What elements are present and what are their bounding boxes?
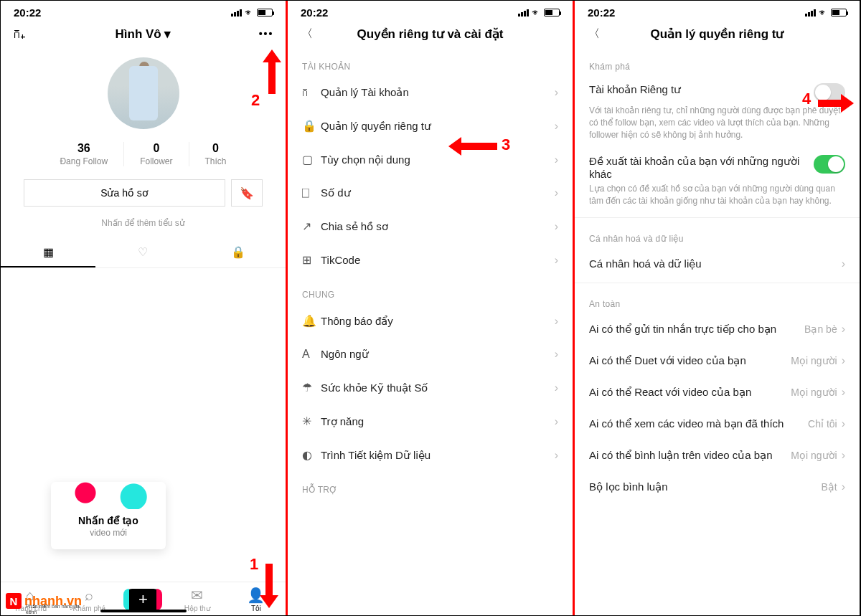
signal-icon [231, 9, 242, 16]
section-safety: An toàn [575, 286, 860, 313]
row-privacy[interactable]: 🔒Quản lý quyền riêng tư› [288, 109, 573, 143]
chevron-right-icon: › [842, 323, 845, 336]
panel-settings: 20:22 ᯤ 〈 Quyền riêng tư và cài đặt TÀI … [288, 1, 575, 615]
page-title: Quyền riêng tư và cài đặt [315, 27, 545, 42]
chevron-right-icon: › [555, 315, 558, 328]
status-bar: 20:22 ᯤ [1, 1, 286, 22]
umbrella-icon: ☂ [302, 381, 321, 394]
row-who-react[interactable]: Ai có thể React với video của bạnMọi ngư… [575, 376, 860, 408]
row-suggest-account[interactable]: Đề xuất tài khoản của bạn với những ngườ… [575, 148, 860, 183]
profile-username-dropdown[interactable]: Hình Vô ▾ [28, 27, 258, 42]
row-who-duet[interactable]: Ai có thể Duet với video của bạnMọi ngườ… [575, 345, 860, 376]
row-content-prefs[interactable]: ▢Tùy chọn nội dung› [288, 143, 573, 176]
chevron-right-icon: › [555, 220, 558, 233]
chevron-right-icon: › [842, 449, 845, 462]
status-time: 20:22 [14, 6, 41, 19]
row-language[interactable]: ANgôn ngữ› [288, 338, 573, 371]
section-account: TÀI KHOẢN [288, 49, 573, 76]
wifi-icon: ᯤ [245, 7, 254, 18]
row-share-profile[interactable]: ↗Chia sẻ hồ sơ› [288, 209, 573, 243]
chevron-right-icon: › [555, 86, 558, 99]
tab-private[interactable]: 🔒 [191, 238, 286, 267]
lock-icon: 🔒 [231, 246, 245, 258]
bookmark-icon: 🔖 [240, 186, 254, 200]
row-personalization[interactable]: Cá nhân hoá và dữ liệu› [575, 248, 860, 280]
profile-tabs: ▦ ♡ 🔒 [1, 238, 286, 268]
video-icon: ▢ [302, 153, 321, 166]
add-user-icon[interactable]: ⩃₊ [12, 26, 28, 42]
row-who-dm[interactable]: Ai có thể gửi tin nhắn trực tiếp cho bạn… [575, 313, 860, 345]
row-digital-wellbeing[interactable]: ☂Sức khỏe Kỹ thuật Số› [288, 371, 573, 404]
brand-tagline: Phần mềm bán hàng đa kênh [26, 604, 82, 615]
row-private-account[interactable]: Tài khoản Riêng tư [575, 76, 860, 105]
create-video-card[interactable]: Nhấn để tạo video mới [51, 482, 166, 549]
back-button[interactable]: 〈 [586, 26, 602, 42]
watermark-brand: N nhanh.vn Phần mềm bán hàng đa kênh [6, 593, 82, 609]
private-account-toggle[interactable] [814, 83, 845, 102]
chevron-right-icon: › [555, 254, 558, 267]
private-account-desc: Với tài khoản riêng tư, chỉ những người … [575, 105, 860, 148]
signal-icon [518, 9, 529, 16]
plus-icon: + [138, 590, 148, 609]
profile-avatar[interactable] [108, 57, 179, 129]
share-icon: ↗ [302, 219, 321, 233]
status-indicators: ᯤ [518, 7, 560, 18]
chevron-right-icon: › [555, 120, 558, 133]
chevron-right-icon: › [555, 382, 558, 394]
row-who-comment[interactable]: Ai có thể bình luận trên video của bạnMọ… [575, 440, 860, 471]
signal-icon [805, 9, 816, 16]
row-accessibility[interactable]: ✳Trợ năng› [288, 404, 573, 438]
status-bar: 20:22 ᯤ [288, 1, 573, 22]
panel-profile: 20:22 ᯤ ⩃₊ Hình Vô ▾ ••• 36Đang Follow 0… [1, 1, 288, 615]
row-comment-filter[interactable]: Bộ lọc bình luậnBật› [575, 471, 860, 503]
person-icon: 👤 [235, 587, 278, 604]
nav-me[interactable]: 👤Tôi [235, 587, 278, 612]
nav-inbox[interactable]: ✉Hộp thư [176, 587, 219, 612]
tab-liked[interactable]: ♡ [95, 238, 190, 267]
qr-icon: ⊞ [302, 253, 321, 267]
row-tikcode[interactable]: ⊞TikCode› [288, 243, 573, 277]
accessibility-icon: ✳ [302, 414, 321, 428]
status-time: 20:22 [588, 6, 615, 19]
chevron-right-icon: › [555, 186, 558, 199]
section-discover: Khám phá [575, 49, 860, 76]
panel-privacy: 20:22 ᯤ 〈 Quản lý quyền riêng tư Khám ph… [575, 1, 860, 615]
row-balance[interactable]: ⎕Số dư› [288, 176, 573, 209]
row-data-saver[interactable]: ◐Trình Tiết kiệm Dữ liệu› [288, 438, 573, 472]
status-indicators: ᯤ [231, 7, 273, 18]
row-who-liked-videos[interactable]: Ai có thể xem các video mà bạn đã thíchC… [575, 408, 860, 440]
create-card-line1: Nhấn để tạo [58, 515, 159, 526]
data-icon: ◐ [302, 448, 321, 462]
grid-icon: ▦ [43, 246, 54, 258]
chevron-right-icon: › [842, 257, 845, 270]
row-manage-account[interactable]: ⩃Quản lý Tài khoản› [288, 76, 573, 109]
heart-icon: ♡ [138, 246, 148, 258]
caret-down-icon: ▾ [164, 27, 171, 41]
private-account-label: Tài khoản Riêng tư [589, 83, 814, 96]
brand-logo-icon: N [6, 593, 22, 609]
language-icon: A [302, 348, 321, 361]
lock-icon: 🔒 [302, 119, 321, 133]
wifi-icon: ᯤ [532, 7, 541, 18]
suggest-account-desc: Lựa chọn có đề xuất hồ sơ của bạn với nh… [575, 183, 860, 214]
chevron-right-icon: › [842, 480, 845, 493]
battery-icon [544, 9, 560, 16]
stat-likes[interactable]: 0Thích [189, 142, 243, 166]
more-menu-icon[interactable]: ••• [258, 26, 274, 42]
nav-create[interactable]: + [126, 589, 159, 610]
status-time: 20:22 [301, 6, 328, 19]
chevron-right-icon: › [842, 386, 845, 399]
bio-hint[interactable]: Nhấn để thêm tiểu sử [1, 218, 286, 228]
home-indicator [100, 610, 187, 612]
battery-icon [257, 9, 273, 16]
stat-following[interactable]: 36Đang Follow [44, 142, 124, 166]
profile-stats: 36Đang Follow 0Follower 0Thích [1, 142, 286, 166]
edit-profile-button[interactable]: Sửa hồ sơ [24, 179, 225, 207]
row-push-notif[interactable]: 🔔Thông báo đẩy› [288, 304, 573, 338]
stat-followers[interactable]: 0Follower [124, 142, 189, 166]
suggest-account-toggle[interactable] [814, 155, 845, 174]
tab-grid[interactable]: ▦ [1, 238, 95, 267]
back-button[interactable]: 〈 [299, 26, 315, 42]
person-icon: ⩃ [302, 86, 321, 99]
bookmark-button[interactable]: 🔖 [231, 179, 263, 207]
